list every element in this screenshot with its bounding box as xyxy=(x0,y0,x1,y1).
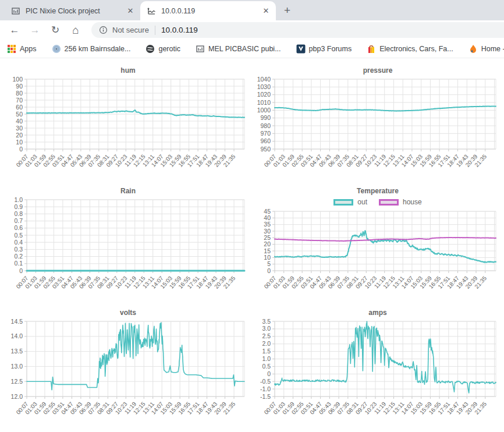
home-icon[interactable]: ⌂ xyxy=(68,24,83,37)
chart-title: Rain xyxy=(6,186,250,196)
chart-title: amps xyxy=(254,307,502,318)
bookmark-apps[interactable]: Apps xyxy=(7,44,37,54)
bookmark-bairnsdale-radar[interactable]: 256 km Bairnsdale... xyxy=(52,44,131,54)
tab-strip: PIC Nixie Clock project ✕ 10.0.0.119 ✕ + xyxy=(0,0,504,20)
svg-text:14.0: 14.0 xyxy=(11,332,23,339)
svg-text:2.0: 2.0 xyxy=(262,340,271,347)
svg-text:0: 0 xyxy=(267,370,271,377)
legend-label: house xyxy=(403,198,422,206)
svg-text:100: 100 xyxy=(12,76,23,83)
svg-text:30: 30 xyxy=(16,125,23,132)
tab-pic-nixie[interactable]: PIC Nixie Clock project ✕ xyxy=(5,1,140,20)
legend-item-house[interactable]: house xyxy=(379,198,422,206)
charts-grid: hum 010203040506070809010000:0701:0301:5… xyxy=(0,58,504,426)
apps-grid-icon xyxy=(7,44,16,54)
shopping-bag-icon xyxy=(367,44,376,54)
chart-title: Temperature xyxy=(254,186,502,196)
svg-text:3.5: 3.5 xyxy=(262,318,271,325)
svg-text:5: 5 xyxy=(267,260,271,267)
security-label[interactable]: Not secure xyxy=(112,26,149,34)
svg-text:40: 40 xyxy=(264,214,271,221)
legend-swatch xyxy=(379,199,399,206)
svg-text:12.5: 12.5 xyxy=(11,378,23,385)
svg-text:1.0: 1.0 xyxy=(262,355,271,362)
svg-text:40: 40 xyxy=(16,118,23,125)
omnibox[interactable]: Not secure 10.0.0.119 xyxy=(91,22,504,38)
pressure-chart-canvas[interactable]: 9509609709809901000101010201030104000:07… xyxy=(254,76,501,178)
svg-text:0: 0 xyxy=(19,146,23,153)
bookmark-pbp3-forums[interactable]: pbp3 Forums xyxy=(296,44,352,54)
forum-chart-icon xyxy=(196,44,205,54)
chart-volts: volts 12.012.513.013.514.014.500:0701:03… xyxy=(6,307,250,426)
svg-text:50: 50 xyxy=(16,111,23,118)
svg-text:980: 980 xyxy=(260,122,271,129)
chart-title: hum xyxy=(6,65,250,76)
svg-text:15: 15 xyxy=(264,247,271,254)
tab-close-icon[interactable]: ✕ xyxy=(261,6,271,16)
volts-chart-canvas[interactable]: 12.012.513.013.514.014.500:0701:0301:590… xyxy=(6,318,249,426)
svg-text:0.9: 0.9 xyxy=(14,203,23,210)
forward-icon[interactable]: → xyxy=(27,24,42,36)
svg-text:12.0: 12.0 xyxy=(11,393,23,400)
svg-text:970: 970 xyxy=(260,130,271,137)
chart-hum: hum 010203040506070809010000:0701:0301:5… xyxy=(6,65,250,178)
svg-text:3.0: 3.0 xyxy=(262,325,271,332)
chart-rain: Rain 00.10.20.30.40.50.60.70.80.91.000:0… xyxy=(6,186,250,300)
reload-icon[interactable]: ↻ xyxy=(48,24,63,36)
svg-text:60: 60 xyxy=(16,104,23,111)
svg-text:14.5: 14.5 xyxy=(11,318,23,325)
tab-title: PIC Nixie Clock project xyxy=(26,7,125,15)
temperature-chart-canvas[interactable]: 05101520253035404500:0701:0301:5902:5503… xyxy=(254,208,501,300)
svg-text:20: 20 xyxy=(16,132,23,139)
svg-text:950: 950 xyxy=(260,146,271,153)
hum-chart-canvas[interactable]: 010203040506070809010000:0701:0301:5902:… xyxy=(6,76,249,178)
bookmark-vicemergency[interactable]: Home - VicEmerge... xyxy=(468,44,504,54)
rain-chart-canvas[interactable]: 00.10.20.30.40.50.60.70.80.91.000:0701:0… xyxy=(6,196,249,300)
svg-text:90: 90 xyxy=(16,83,23,90)
svg-text:10: 10 xyxy=(16,139,23,146)
svg-text:0.8: 0.8 xyxy=(14,210,23,217)
tab-title: 10.0.0.119 xyxy=(161,7,261,15)
temperature-legend: outhouse xyxy=(254,196,502,208)
svg-text:0.3: 0.3 xyxy=(14,246,23,253)
svg-text:0.5: 0.5 xyxy=(262,363,271,370)
svg-text:960: 960 xyxy=(260,137,271,144)
bookmark-label: gerotic xyxy=(158,45,180,53)
svg-text:1030: 1030 xyxy=(257,83,271,90)
bookmark-mel-picbasic[interactable]: MEL PICBASIC pubi... xyxy=(196,44,281,54)
flame-icon xyxy=(468,44,478,54)
svg-text:30: 30 xyxy=(264,228,271,235)
info-icon[interactable] xyxy=(99,26,108,34)
url-text[interactable]: 10.0.0.119 xyxy=(161,26,198,34)
bookmark-electronics-cars[interactable]: Electronics, Cars, Fa... xyxy=(367,44,453,54)
new-tab-button[interactable]: + xyxy=(284,5,290,16)
svg-text:0.7: 0.7 xyxy=(14,217,23,224)
line-chart-favicon-icon xyxy=(147,6,156,16)
bookmark-label: MEL PICBASIC pubi... xyxy=(208,45,281,53)
tab-10-0-0-119[interactable]: 10.0.0.119 ✕ xyxy=(140,1,276,20)
back-icon[interactable]: ← xyxy=(7,24,22,36)
legend-item-out[interactable]: out xyxy=(333,198,367,206)
tab-close-icon[interactable]: ✕ xyxy=(125,6,136,16)
address-bar: ← → ↻ ⌂ Not secure 10.0.0.119 xyxy=(0,20,504,40)
svg-text:13.5: 13.5 xyxy=(11,348,23,355)
chart-amps: amps -1.5-1.0-0.500.51.01.52.02.53.03.50… xyxy=(254,307,502,426)
svg-text:45: 45 xyxy=(264,208,271,215)
svg-text:70: 70 xyxy=(16,97,23,104)
svg-text:0: 0 xyxy=(267,267,271,274)
bookmark-label: pbp3 Forums xyxy=(309,45,352,53)
omnibox-divider xyxy=(155,26,155,35)
svg-text:1.5: 1.5 xyxy=(262,348,271,355)
svg-text:1000: 1000 xyxy=(257,107,271,114)
svg-text:0.6: 0.6 xyxy=(14,224,23,231)
amps-chart-canvas[interactable]: -1.5-1.0-0.500.51.01.52.02.53.03.500:070… xyxy=(254,318,501,426)
bookmark-gerotic[interactable]: gerotic xyxy=(145,44,180,54)
forum-chart-favicon-icon xyxy=(11,6,20,16)
radar-icon xyxy=(52,44,61,54)
svg-text:13.0: 13.0 xyxy=(11,363,23,370)
globe-icon xyxy=(145,44,155,54)
svg-text:1.0: 1.0 xyxy=(14,196,23,203)
bookmark-label: Electronics, Cars, Fa... xyxy=(379,45,453,53)
svg-text:0.5: 0.5 xyxy=(14,232,23,239)
bookmark-label: Apps xyxy=(20,45,37,53)
